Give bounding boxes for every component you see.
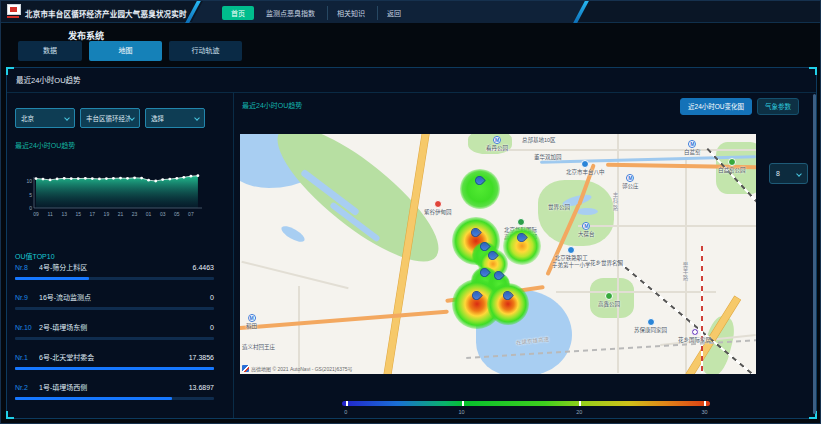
heatmap-blob xyxy=(487,283,529,325)
ou-top-title: OU值TOP10 xyxy=(15,251,55,261)
bar-track xyxy=(15,337,214,340)
ou-color-scale: 0102030 xyxy=(342,401,710,417)
map-section-title: 最近24小时OU趋势 xyxy=(242,100,302,110)
bar-track xyxy=(15,307,214,310)
amap-logo-icon xyxy=(242,365,249,372)
scale-tick-label: 10 xyxy=(459,409,465,415)
map-label: 北京市丰台八中 xyxy=(566,160,605,176)
svg-text:11: 11 xyxy=(47,211,52,217)
chevron-down-icon xyxy=(129,115,135,121)
metro-icon: M xyxy=(626,174,634,182)
metro-icon: M xyxy=(688,140,696,148)
ou-value: 0 xyxy=(210,324,214,331)
svg-text:17: 17 xyxy=(90,211,96,217)
bar-fill xyxy=(15,277,89,280)
filter-select-1[interactable]: 北京 xyxy=(15,108,75,128)
nav-item-2[interactable]: 监测点恶臭指数 xyxy=(257,6,324,20)
scale-tick xyxy=(704,401,706,406)
filter-select-2[interactable]: 丰台区循环经济产 xyxy=(80,108,140,128)
panel-corner-accent xyxy=(6,411,14,419)
svg-text:10: 10 xyxy=(26,178,32,184)
map-button-2[interactable]: 气象参数 xyxy=(757,98,799,115)
metro-icon: M xyxy=(582,222,590,230)
bar-fill xyxy=(15,397,172,400)
rank-label: Nr.8 xyxy=(15,264,39,271)
rank-label: Nr.1 xyxy=(15,354,39,361)
park-icon xyxy=(605,292,613,300)
map-label: 总部基地10区 xyxy=(522,137,556,144)
map-attribution: 高德地图 © 2021 AutoNavi - GS(2021)6375号 xyxy=(242,365,353,372)
map-road xyxy=(617,134,619,373)
chevron-down-icon xyxy=(194,115,200,121)
svg-text:23: 23 xyxy=(132,211,138,217)
rank-label: Nr.9 xyxy=(15,294,39,301)
panel-title: 最近24小时OU趋势 xyxy=(16,74,81,85)
top-bar: 北京市丰台区循环经济产业园大气恶臭状况实时 首页监测点恶臭指数相关知识返回 xyxy=(1,1,821,23)
rank-label: Nr.10 xyxy=(15,324,39,331)
ou-top-list-row: Nr.84号-筛分上料区6.4463 xyxy=(15,262,214,292)
map-water xyxy=(279,223,307,245)
ou-top-list-row: Nr.102号-填埋场东侧0 xyxy=(15,322,214,352)
ou-top-list: Nr.84号-筛分上料区6.4463Nr.916号-流动监测点0Nr.102号-… xyxy=(15,262,214,412)
map-label: 樊羊路 xyxy=(682,262,689,282)
svg-text:5: 5 xyxy=(29,192,32,198)
map-label: 丰科路 xyxy=(612,192,619,212)
map-canvas[interactable]: 高德地图 © 2021 AutoNavi - GS(2021)6375号 M看丹… xyxy=(240,134,756,374)
ou-trend-chart: 0911131517192123010305070510 xyxy=(22,168,207,220)
station-name: 16号-流动监测点 xyxy=(39,292,206,302)
map-label: 造义村回王庄 xyxy=(242,344,275,351)
tab-2[interactable]: 地图 xyxy=(89,41,162,61)
sidebar-map-divider xyxy=(233,92,234,418)
svg-text:07: 07 xyxy=(188,211,194,217)
map-attribution-text: 高德地图 © 2021 AutoNavi - GS(2021)6375号 xyxy=(251,365,353,372)
ou-value: 13.6897 xyxy=(189,384,214,391)
panel-corner-accent xyxy=(6,67,14,75)
svg-text:03: 03 xyxy=(160,211,166,217)
map-label: M看丹公园 xyxy=(486,136,508,152)
sidebar-chart-title: 最近24小时OU趋势 xyxy=(15,140,75,150)
scrollbar[interactable] xyxy=(813,94,816,414)
svg-text:09: 09 xyxy=(33,211,39,217)
map-label: 北京铁路职工 子弟第十一小学 xyxy=(552,246,591,268)
app-logo-icon xyxy=(7,4,22,20)
map-label: 白盆窑公园 xyxy=(718,158,746,174)
bar-track xyxy=(15,397,214,400)
map-label: M白盆窑 xyxy=(684,140,701,156)
chevron-down-icon xyxy=(64,115,70,121)
map-label: 苏保康同家园 xyxy=(634,318,667,334)
map-label: M稻田 xyxy=(246,314,257,330)
map-pond xyxy=(576,208,598,215)
map-road xyxy=(241,261,348,290)
panel-corner-accent xyxy=(809,67,817,75)
scale-tick xyxy=(346,401,348,406)
svg-text:19: 19 xyxy=(104,211,110,217)
station-name: 4号-筛分上料区 xyxy=(39,262,189,272)
scale-tick-label: 20 xyxy=(576,409,582,415)
scale-tick xyxy=(462,401,464,406)
hour-select[interactable]: 8 xyxy=(769,163,808,184)
station-name: 6号-北天堂村委会 xyxy=(39,352,185,362)
map-road xyxy=(578,225,756,227)
filter-value: 选择 xyxy=(151,113,164,123)
svg-text:21: 21 xyxy=(118,211,124,217)
tab-3[interactable]: 行动轨迹 xyxy=(169,41,242,61)
nav-item-1[interactable]: 首页 xyxy=(222,6,254,20)
map-label: M郭公庄 xyxy=(622,174,639,190)
tab-1[interactable]: 数据 xyxy=(18,41,82,61)
nav-item-4[interactable]: 返回 xyxy=(377,6,410,20)
filter-value: 北京 xyxy=(21,113,34,123)
map-button-1[interactable]: 近24小时OU变化图 xyxy=(680,98,752,115)
bar-fill xyxy=(15,367,214,370)
poi-purple-icon xyxy=(691,328,699,336)
filter-select-3[interactable]: 选择 xyxy=(145,108,205,128)
hour-select-value: 8 xyxy=(776,170,780,177)
ou-value: 17.3856 xyxy=(189,354,214,361)
map-label: 高鑫公园 xyxy=(598,292,620,308)
ou-value: 6.4463 xyxy=(193,264,214,271)
nav-item-3[interactable]: 相关知识 xyxy=(327,6,374,20)
svg-text:15: 15 xyxy=(75,211,81,217)
school-icon xyxy=(567,246,575,254)
rank-label: Nr.2 xyxy=(15,384,39,391)
panel-header-divider xyxy=(7,92,816,93)
app-window: 北京市丰台区循环经济产业园大气恶臭状况实时 首页监测点恶臭指数相关知识返回 发布… xyxy=(0,0,821,424)
